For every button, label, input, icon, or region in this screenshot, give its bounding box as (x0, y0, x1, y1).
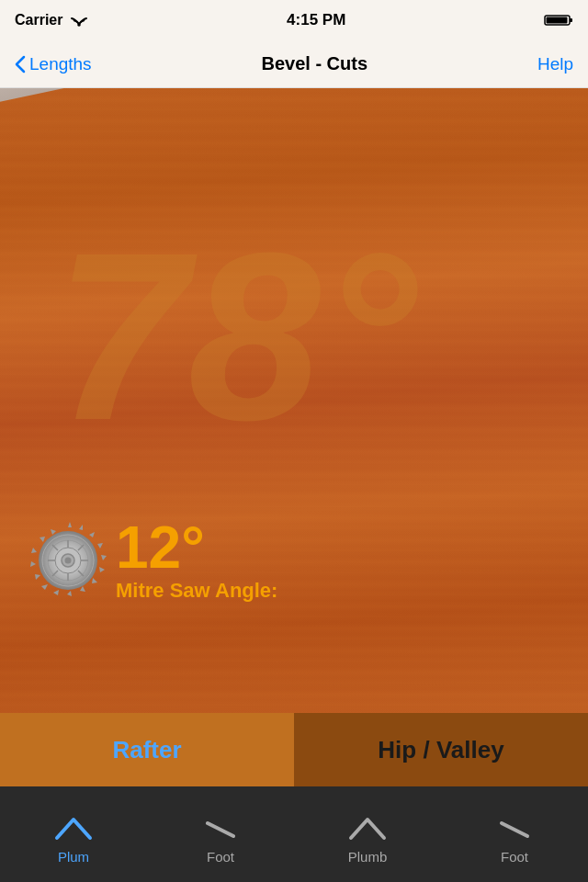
tab-foot2-label: Foot (501, 849, 528, 865)
time-display: 4:15 PM (287, 11, 345, 29)
rafter-button[interactable]: Rafter (0, 713, 294, 786)
nav-title: Bevel - Cuts (261, 53, 368, 74)
battery-icon (544, 13, 573, 28)
wifi-icon (70, 13, 88, 28)
back-button[interactable]: Lengths (15, 54, 92, 74)
svg-rect-3 (546, 17, 567, 24)
angle-value: 12° (116, 518, 277, 577)
plumb2-tab-icon (347, 812, 388, 845)
back-label: Lengths (29, 54, 92, 74)
angle-label: Mitre Saw Angle: (116, 579, 277, 603)
svg-rect-2 (570, 18, 572, 22)
hip-valley-button[interactable]: Hip / Valley (294, 713, 588, 786)
angle-display: 12° Mitre Saw Angle: (28, 518, 277, 603)
tab-foot1-label: Foot (207, 849, 234, 865)
svg-point-17 (65, 558, 72, 564)
tab-plumb-label: Plum (58, 849, 89, 865)
help-button[interactable]: Help (537, 54, 573, 74)
angle-text-group: 12° Mitre Saw Angle: (116, 518, 277, 603)
svg-line-18 (208, 823, 233, 836)
status-bar: Carrier 4:15 PM (0, 0, 588, 40)
tab-foot2[interactable]: Foot (441, 786, 588, 882)
foot1-tab-icon (200, 812, 241, 845)
main-content: 78° (0, 88, 588, 786)
tab-plumb2-label: Plumb (348, 849, 388, 865)
carrier-label: Carrier (15, 12, 62, 28)
foot2-tab-icon (494, 812, 535, 845)
tab-plumb2[interactable]: Plumb (294, 786, 441, 882)
diagonal-strip (0, 88, 588, 786)
back-chevron-icon (15, 55, 26, 74)
svg-point-0 (78, 23, 82, 27)
tab-plumb[interactable]: Plum (0, 786, 147, 882)
bottom-buttons: Rafter Hip / Valley (0, 713, 588, 786)
saw-blade-icon (28, 520, 108, 601)
status-left: Carrier (15, 12, 88, 28)
tab-bar: Plum Foot Plumb Foot (0, 786, 588, 882)
plumb-tab-icon (53, 812, 94, 845)
nav-bar: Lengths Bevel - Cuts Help (0, 40, 588, 88)
tab-foot1[interactable]: Foot (147, 786, 294, 882)
svg-line-19 (502, 823, 527, 836)
